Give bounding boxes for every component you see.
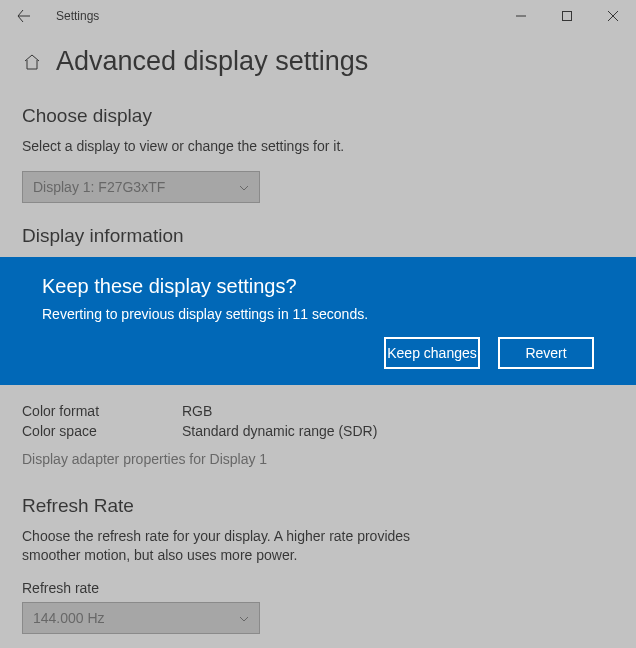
keep-changes-button[interactable]: Keep changes	[384, 337, 480, 369]
revert-button[interactable]: Revert	[498, 337, 594, 369]
keep-settings-dialog: Keep these display settings? Reverting t…	[0, 257, 636, 385]
dialog-buttons: Keep changes Revert	[42, 337, 594, 369]
dialog-title: Keep these display settings?	[42, 275, 594, 298]
dialog-message: Reverting to previous display settings i…	[42, 306, 594, 322]
